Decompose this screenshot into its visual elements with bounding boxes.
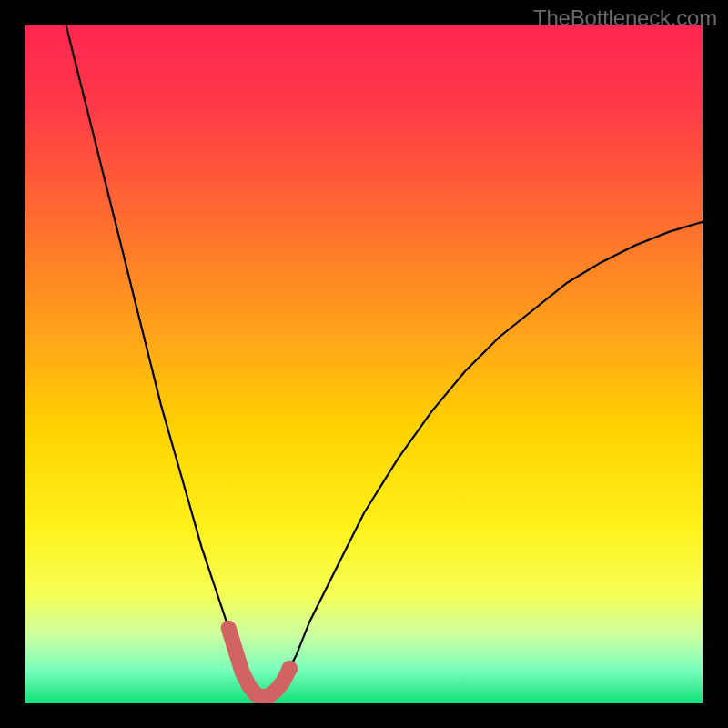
optimal-range-stroke (228, 628, 289, 697)
plot-area (25, 25, 703, 703)
chart-container: TheBottleneck.com (0, 0, 728, 728)
bottleneck-curve (66, 25, 703, 699)
optimal-range-endpoint (222, 622, 235, 634)
optimal-range-markers (222, 622, 298, 697)
curve-layer (25, 25, 703, 703)
optimal-range-endpoint (281, 661, 298, 677)
